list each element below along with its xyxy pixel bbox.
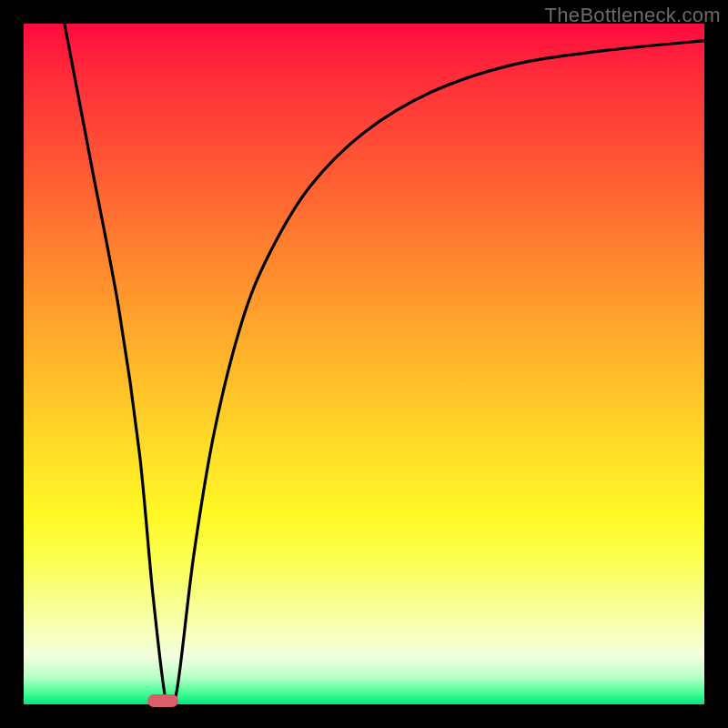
min-marker (147, 694, 178, 707)
curve-svg (24, 24, 704, 704)
chart-container: TheBottleneck.com (0, 0, 728, 728)
curve-path (65, 24, 704, 704)
watermark-text: TheBottleneck.com (545, 4, 721, 27)
plot-area (24, 24, 704, 704)
